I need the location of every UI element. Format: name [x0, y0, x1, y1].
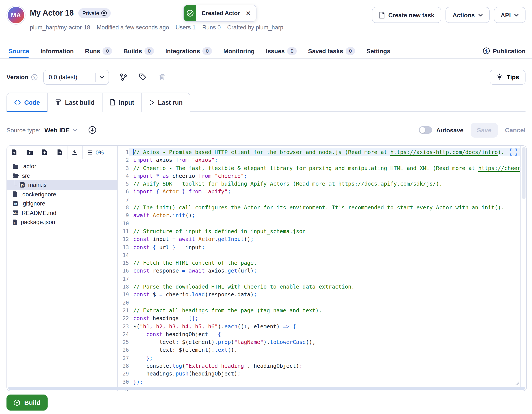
- code-line[interactable]: 7: [118, 196, 526, 204]
- new-file-button[interactable]: [7, 146, 22, 159]
- vertical-scrollbar[interactable]: [520, 146, 526, 387]
- download-circle-icon[interactable]: [88, 126, 96, 134]
- file-item--gitignore[interactable]: git.gitignore: [7, 199, 117, 208]
- code-content: import axios from "axios";: [129, 156, 526, 164]
- tab-monitoring[interactable]: Monitoring: [223, 43, 255, 58]
- tab-runs[interactable]: Runs0: [85, 43, 112, 58]
- actions-button[interactable]: Actions: [446, 7, 490, 23]
- code-line[interactable]: 5// Apify SDK - toolkit for building Api…: [118, 180, 526, 188]
- count-badge: 0: [103, 47, 112, 55]
- line-number: 13: [118, 243, 129, 251]
- trash-icon[interactable]: [158, 73, 166, 81]
- fullscreen-icon[interactable]: [510, 148, 517, 156]
- code-line[interactable]: 6import { Actor } from "apify";: [118, 188, 526, 196]
- code-line[interactable]: 28 console.log("Extracted heading", head…: [118, 362, 526, 370]
- file-item-src[interactable]: src: [7, 171, 117, 180]
- code-line[interactable]: 15// Fetch the HTML content of the page.: [118, 259, 526, 267]
- download-button[interactable]: [67, 146, 83, 159]
- save-button[interactable]: Save: [470, 123, 498, 137]
- hammer-icon: [55, 99, 62, 106]
- vertical-scrollbar-thumb[interactable]: [522, 147, 525, 199]
- source-type-select[interactable]: Web IDE: [44, 126, 77, 134]
- file-name: .actor: [22, 163, 36, 170]
- close-icon[interactable]: ✕: [245, 5, 256, 21]
- file-item--dockerignore[interactable]: .dockerignore: [7, 190, 117, 199]
- code-tab-label: Code: [24, 99, 40, 106]
- tag-icon[interactable]: [139, 73, 146, 81]
- line-number: 18: [118, 283, 129, 291]
- code-line[interactable]: 21// Extract all headings from the page …: [118, 307, 526, 315]
- code-content: level: $(element).prop("tagName").toLowe…: [129, 338, 526, 346]
- line-number: 8: [118, 204, 129, 212]
- code-line[interactable]: 24 const headingObject = {: [118, 330, 526, 338]
- code-line[interactable]: 17: [118, 275, 526, 283]
- document-icon: [379, 11, 385, 18]
- code-line[interactable]: 22const headings = [];: [118, 315, 526, 323]
- autosave-toggle[interactable]: [418, 126, 432, 134]
- new-folder-button[interactable]: [22, 146, 37, 159]
- move-file-button[interactable]: [52, 146, 67, 159]
- svg-text:{}: {}: [14, 221, 17, 224]
- code-tab-input[interactable]: Input: [102, 93, 142, 112]
- tab-settings[interactable]: Settings: [366, 43, 390, 58]
- code-line[interactable]: 20: [118, 299, 526, 307]
- tab-publication[interactable]: $ Publication: [483, 47, 525, 55]
- folder-open-icon: [12, 173, 19, 178]
- code-content: import { Actor } from "apify";: [129, 188, 526, 196]
- code-line[interactable]: 23$("h1, h2, h3, h4, h5, h6").each((i, e…: [118, 323, 526, 330]
- code-line[interactable]: 11// Structure of input is defined in in…: [118, 228, 526, 236]
- file-item-main-js[interactable]: JSmain.js: [7, 180, 117, 190]
- tab-integrations[interactable]: Integrations0: [165, 43, 212, 58]
- code-line[interactable]: 19const $ = cheerio.load(response.data);: [118, 291, 526, 299]
- code-line[interactable]: 29 headings.push(headingObject);: [118, 370, 526, 378]
- code-line[interactable]: 30});: [118, 378, 526, 386]
- horizontal-scrollbar[interactable]: [8, 387, 525, 390]
- tab-builds[interactable]: Builds0: [124, 43, 154, 58]
- code-content: [129, 299, 526, 307]
- code-line[interactable]: 27 };: [118, 354, 526, 362]
- code-editor[interactable]: 1// Axios - Promise based HTTP client fo…: [118, 146, 526, 391]
- code-tab-last-run[interactable]: Last run: [142, 93, 190, 112]
- code-line[interactable]: 3// Cheerio - The fast, flexible & elega…: [118, 164, 526, 172]
- tips-button[interactable]: Tips: [490, 69, 525, 85]
- version-select[interactable]: 0.0 (latest): [43, 69, 109, 85]
- code-line[interactable]: 25 level: $(element).prop("tagName").toL…: [118, 338, 526, 346]
- api-button[interactable]: API: [494, 7, 525, 23]
- code-line[interactable]: 26 text: $(element).text(),: [118, 346, 526, 354]
- code-content: };: [129, 354, 526, 362]
- git-branch-icon[interactable]: [119, 73, 127, 81]
- file-item-package-json[interactable]: {}package.json: [7, 218, 117, 227]
- code-line[interactable]: 13const { url } = input;: [118, 243, 526, 251]
- resize-handle[interactable]: [515, 381, 520, 385]
- chevron-down-icon: [514, 14, 519, 16]
- code-tab-last-build[interactable]: Last build: [48, 93, 103, 112]
- code-content: [129, 196, 526, 204]
- code-line[interactable]: 2import axios from "axios";: [118, 156, 526, 164]
- tab-source[interactable]: Source: [9, 43, 29, 58]
- code-line[interactable]: 16const response = await axios.get(url);: [118, 267, 526, 275]
- file-name: README.md: [22, 210, 57, 216]
- file-name: .gitignore: [21, 201, 45, 207]
- code-tab-code[interactable]: Code: [7, 93, 48, 112]
- code-content: // The init() call configures the Actor …: [129, 204, 526, 212]
- new-folder-icon: [26, 149, 33, 155]
- code-line[interactable]: 9await Actor.init();: [118, 212, 526, 220]
- upload-file-button[interactable]: [37, 146, 52, 159]
- code-line[interactable]: 18// Parse the downloaded HTML with Chee…: [118, 283, 526, 291]
- code-line[interactable]: 12const input = await Actor.getInput();: [118, 236, 526, 244]
- tab-saved-tasks[interactable]: Saved tasks0: [308, 43, 355, 58]
- code-line[interactable]: 14: [118, 251, 526, 259]
- code-line[interactable]: 1// Axios - Promise based HTTP client fo…: [118, 148, 526, 156]
- list-icon: [87, 149, 93, 155]
- cancel-button[interactable]: Cancel: [505, 126, 525, 134]
- code-line[interactable]: 10: [118, 220, 526, 228]
- tab-information[interactable]: Information: [40, 43, 74, 58]
- code-line[interactable]: 8// The init() call configures the Actor…: [118, 204, 526, 212]
- code-line[interactable]: 4import * as cheerio from "cheerio";: [118, 172, 526, 180]
- zoom-level-control[interactable]: 0%: [83, 146, 117, 159]
- tab-issues[interactable]: Issues0: [266, 43, 297, 58]
- create-new-task-button[interactable]: Create new task: [372, 7, 441, 23]
- build-button[interactable]: Build: [7, 395, 47, 411]
- file-item--actor[interactable]: .actor: [7, 162, 117, 171]
- file-item-readme-md[interactable]: M↓README.md: [7, 208, 117, 218]
